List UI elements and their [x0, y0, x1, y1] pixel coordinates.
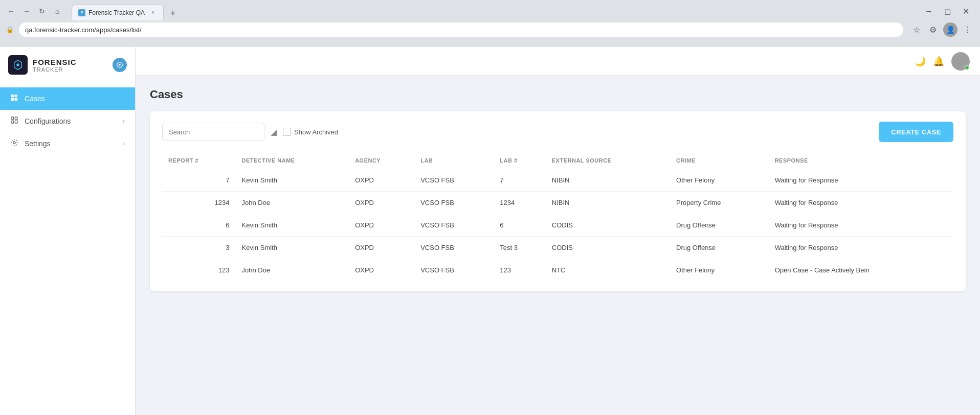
cell-response: Waiting for Response: [769, 169, 953, 192]
col-response: RESPONSE: [769, 152, 953, 169]
forward-button[interactable]: →: [19, 4, 34, 18]
close-window-button[interactable]: ✕: [960, 5, 972, 17]
cell-lab-num: Test 3: [494, 237, 545, 259]
cell-report-num: 7: [162, 169, 236, 192]
sidebar-item-configurations[interactable]: Configurations ›: [0, 110, 135, 132]
svg-rect-7: [15, 98, 17, 101]
app-container: FORENSIC TRACKER Cases Co: [0, 47, 980, 415]
minimize-button[interactable]: –: [923, 5, 935, 17]
user-avatar[interactable]: [951, 52, 970, 71]
home-button[interactable]: ⌂: [50, 4, 64, 18]
cell-agency: OXPD: [349, 192, 414, 214]
show-archived-text: Show Archived: [294, 128, 338, 136]
show-archived-label[interactable]: Show Archived: [283, 128, 338, 136]
cases-label: Cases: [25, 95, 45, 103]
tab-title: Forensic Tracker QA: [88, 9, 145, 16]
col-agency: AGENCY: [349, 152, 414, 169]
cell-lab-num: 7: [494, 169, 545, 192]
tab-bar: F Forensic Tracker QA × +: [68, 2, 184, 20]
filter-icon[interactable]: ◢: [271, 127, 277, 137]
svg-rect-6: [11, 98, 14, 101]
table-row[interactable]: 7 Kevin Smith OXPD VCSO FSB 7 NIBIN Othe…: [162, 169, 953, 192]
url-input[interactable]: qa.forensic-tracker.com/apps/cases/list/: [19, 22, 903, 37]
cell-agency: OXPD: [349, 214, 414, 237]
main-content: Cases ◢ Show Archived CREATE CASE: [136, 76, 980, 415]
cell-crime: Drug Offense: [670, 214, 769, 237]
svg-point-1: [16, 63, 19, 66]
col-crime: CRIME: [670, 152, 769, 169]
maximize-button[interactable]: ◻: [941, 5, 953, 17]
browser-nav: ← → ↻ ⌂: [4, 4, 64, 18]
tab-close-button[interactable]: ×: [149, 9, 157, 17]
show-archived-checkbox[interactable]: [283, 128, 291, 136]
cell-external-source: CODIS: [546, 214, 670, 237]
cell-detective-name: Kevin Smith: [236, 169, 349, 192]
cell-report-num: 123: [162, 259, 236, 282]
bookmark-button[interactable]: ☆: [910, 24, 923, 36]
sidebar-nav: Cases Configurations › Settings ›: [0, 83, 135, 159]
cell-response: Open Case - Case Actively Bein: [769, 259, 953, 282]
lock-icon: 🔒: [6, 26, 14, 33]
cell-report-num: 6: [162, 214, 236, 237]
table-row[interactable]: 6 Kevin Smith OXPD VCSO FSB 6 CODIS Drug…: [162, 214, 953, 237]
table-header: REPORT # DETECTIVE NAME AGENCY LAB LAB #…: [162, 152, 953, 169]
new-tab-button[interactable]: +: [166, 6, 180, 20]
col-lab: LAB: [414, 152, 494, 169]
page-title: Cases: [150, 88, 966, 101]
cell-agency: OXPD: [349, 169, 414, 192]
svg-rect-4: [11, 95, 14, 97]
reload-button[interactable]: ↻: [35, 4, 49, 18]
table-row[interactable]: 123 John Doe OXPD VCSO FSB 123 NTC Other…: [162, 259, 953, 282]
cell-lab: VCSO FSB: [414, 237, 494, 259]
cell-crime: Other Felony: [670, 169, 769, 192]
sidebar-settings-icon[interactable]: [113, 58, 127, 72]
back-button[interactable]: ←: [4, 4, 18, 18]
table-body: 7 Kevin Smith OXPD VCSO FSB 7 NIBIN Othe…: [162, 169, 953, 282]
cell-lab: VCSO FSB: [414, 259, 494, 282]
cell-external-source: NIBIN: [546, 169, 670, 192]
settings-chevron: ›: [123, 140, 125, 147]
cell-external-source: NTC: [546, 259, 670, 282]
sidebar-item-cases[interactable]: Cases: [0, 87, 135, 110]
cases-table: REPORT # DETECTIVE NAME AGENCY LAB LAB #…: [162, 152, 953, 281]
profile-avatar[interactable]: 👤: [943, 22, 957, 37]
logo-subtitle: TRACKER: [33, 66, 77, 73]
sidebar: FORENSIC TRACKER Cases Co: [0, 47, 136, 415]
cell-crime: Other Felony: [670, 259, 769, 282]
table-row[interactable]: 3 Kevin Smith OXPD VCSO FSB Test 3 CODIS…: [162, 237, 953, 259]
svg-rect-11: [15, 121, 17, 123]
cell-agency: OXPD: [349, 237, 414, 259]
active-tab[interactable]: F Forensic Tracker QA ×: [72, 4, 164, 20]
cell-detective-name: John Doe: [236, 192, 349, 214]
col-report-num: REPORT #: [162, 152, 236, 169]
configurations-chevron: ›: [123, 118, 125, 125]
online-status-dot: [965, 65, 969, 70]
settings-icon: [10, 139, 18, 149]
search-input[interactable]: [162, 123, 264, 141]
logo-title: FORENSIC: [33, 58, 77, 66]
col-detective-name: DETECTIVE NAME: [236, 152, 349, 169]
col-external-source: EXTERNAL SOURCE: [546, 152, 670, 169]
cell-report-num: 1234: [162, 192, 236, 214]
cell-lab-num: 1234: [494, 192, 545, 214]
cell-response: Waiting for Response: [769, 237, 953, 259]
address-bar: 🔒 qa.forensic-tracker.com/apps/cases/lis…: [0, 19, 980, 40]
cell-response: Waiting for Response: [769, 214, 953, 237]
moon-icon[interactable]: 🌙: [915, 56, 926, 67]
cell-external-source: CODIS: [546, 237, 670, 259]
cases-icon: [10, 94, 18, 104]
create-case-button[interactable]: CREATE CASE: [879, 122, 953, 142]
menu-button[interactable]: ⋮: [962, 24, 974, 36]
table-row[interactable]: 1234 John Doe OXPD VCSO FSB 1234 NIBIN P…: [162, 192, 953, 214]
app-topbar: 🌙 🔔: [136, 47, 980, 76]
svg-rect-5: [15, 95, 17, 97]
url-text: qa.forensic-tracker.com/apps/cases/list/: [25, 26, 142, 34]
configurations-icon: [10, 116, 18, 126]
extensions-button[interactable]: ⚙: [927, 24, 939, 36]
col-lab-num: LAB #: [494, 152, 545, 169]
bell-icon[interactable]: 🔔: [933, 56, 944, 67]
cell-agency: OXPD: [349, 259, 414, 282]
cell-crime: Property Crime: [670, 192, 769, 214]
logo-icon: [8, 55, 28, 75]
sidebar-item-settings[interactable]: Settings ›: [0, 132, 135, 155]
